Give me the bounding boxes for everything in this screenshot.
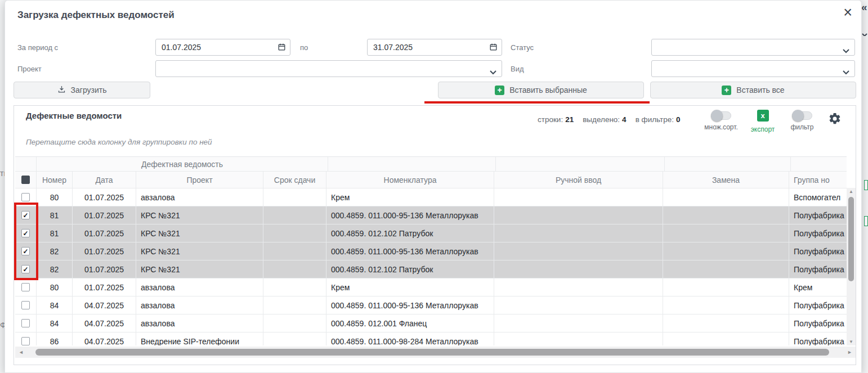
cell-nomenclature: 000.4859. 012.102 Патрубок xyxy=(326,260,494,278)
cell-due-date xyxy=(263,278,326,296)
row-checkbox-cell[interactable]: ✓ xyxy=(15,206,37,224)
project-select[interactable] xyxy=(155,60,502,77)
cell-manual-input xyxy=(494,332,663,345)
cell-nomenclature: 000.4859. 011.000-95-136 Металлорукав xyxy=(326,296,494,314)
load-button-label: Загрузить xyxy=(71,86,107,95)
row-checkbox[interactable] xyxy=(21,283,30,291)
column-header-project[interactable]: Проект xyxy=(136,172,263,188)
date-to-field[interactable] xyxy=(367,39,502,56)
cell-due-date xyxy=(263,332,326,345)
column-header-replacement[interactable]: Замена xyxy=(663,172,789,188)
cell-manual-input xyxy=(494,242,663,260)
filter-toggle[interactable] xyxy=(792,111,812,120)
cell-date: 04.07.2025 xyxy=(73,332,136,345)
table-row[interactable]: 86 04.07.2025 Внедрение SIP-телефонии 00… xyxy=(15,332,847,345)
table-row[interactable]: ✓ 81 01.07.2025 КРС №321 000.4859. 011.0… xyxy=(15,206,847,224)
horizontal-scroll-thumb[interactable] xyxy=(35,349,829,356)
group-header-spacer xyxy=(791,157,847,172)
horizontal-scrollbar[interactable]: ◄ ► xyxy=(15,347,856,358)
select-all-checkbox[interactable] xyxy=(21,176,30,184)
scroll-right-icon[interactable]: ► xyxy=(847,349,852,355)
collapse-chevron-icon[interactable]: « xyxy=(861,1,868,14)
table-row[interactable]: ✓ 81 01.07.2025 КРС №321 000.4859. 012.1… xyxy=(15,224,847,242)
export-control: x экспорт xyxy=(747,109,778,133)
chevron-down-icon xyxy=(843,67,849,77)
cell-due-date xyxy=(263,296,326,314)
select-all-cell[interactable] xyxy=(15,172,37,188)
cell-nomenclature-group: Полуфабрика xyxy=(789,242,847,260)
gear-icon[interactable] xyxy=(828,112,842,128)
row-checkbox[interactable]: ✓ xyxy=(21,229,30,237)
chevron-down-icon[interactable] xyxy=(862,30,867,36)
scroll-up-icon[interactable]: ▲ xyxy=(847,189,856,194)
cell-manual-input xyxy=(494,278,663,296)
insert-all-button[interactable]: + Вставить все xyxy=(650,82,856,98)
row-checkbox-cell[interactable]: ✓ xyxy=(15,242,37,260)
vertical-scrollbar[interactable]: ▲ ▼ xyxy=(847,188,856,345)
cell-project: авзалова xyxy=(136,314,263,332)
cell-project: авзалова xyxy=(136,278,263,296)
column-header-manual-input[interactable]: Ручной ввод xyxy=(494,172,663,188)
row-checkbox-cell[interactable] xyxy=(15,188,37,206)
cell-nomenclature-group: Вспомогател xyxy=(789,188,847,206)
group-header-spacer xyxy=(15,157,37,172)
table-row[interactable]: ✓ 82 01.07.2025 КРС №321 000.4859. 011.0… xyxy=(15,242,847,260)
cell-due-date xyxy=(263,206,326,224)
date-to-input[interactable] xyxy=(367,39,502,56)
column-header-date[interactable]: Дата xyxy=(73,172,136,188)
row-checkbox[interactable]: ✓ xyxy=(21,265,30,273)
cell-number: 81 xyxy=(37,206,73,224)
row-checkbox-cell[interactable] xyxy=(15,314,37,332)
table-row[interactable]: 80 01.07.2025 авзалова Крем Вспомогател xyxy=(15,188,847,206)
cell-nomenclature: 000.4859. 011.000-98-284 Металлорукав xyxy=(326,332,494,345)
date-from-input[interactable] xyxy=(155,39,290,56)
group-by-drop-zone[interactable]: Перетащите сюда колонку для группировки … xyxy=(26,138,212,146)
row-checkbox-cell[interactable] xyxy=(15,296,37,314)
cell-manual-input xyxy=(494,296,663,314)
cell-replacement xyxy=(663,242,789,260)
row-checkbox-cell[interactable]: ✓ xyxy=(15,224,37,242)
column-header-due-date[interactable]: Срок сдачи xyxy=(263,172,326,188)
toggle-knob[interactable] xyxy=(711,110,723,122)
cell-nomenclature-group: Полуфабрика xyxy=(789,296,847,314)
row-checkbox[interactable] xyxy=(21,337,30,345)
multisort-toggle[interactable] xyxy=(711,111,731,120)
row-checkbox-cell[interactable]: ✓ xyxy=(15,260,37,278)
upload-defect-sheets-dialog: Загрузка дефектных ведомостей × За перио… xyxy=(5,0,862,373)
cell-replacement xyxy=(663,206,789,224)
multisort-control: множ.сорт. xyxy=(693,109,749,131)
insert-selected-button[interactable]: + Вставить выбранные xyxy=(438,82,644,98)
row-checkbox[interactable]: ✓ xyxy=(21,211,30,219)
close-icon[interactable]: × xyxy=(843,5,852,20)
cell-manual-input xyxy=(494,188,663,206)
kind-select[interactable] xyxy=(651,60,855,77)
row-checkbox-cell[interactable] xyxy=(15,278,37,296)
table-row[interactable]: ✓ 82 01.07.2025 КРС №321 000.4859. 012.1… xyxy=(15,260,847,278)
row-checkbox[interactable]: ✓ xyxy=(21,247,30,255)
column-header-number[interactable]: Номер xyxy=(37,172,73,188)
load-button[interactable]: Загрузить xyxy=(14,82,150,98)
column-header-nomenclature-group[interactable]: Группа но xyxy=(789,172,847,188)
row-checkbox[interactable] xyxy=(21,193,30,201)
scroll-left-icon[interactable]: ◄ xyxy=(19,349,24,355)
cell-nomenclature: 000.4859. 012.001 Фланец xyxy=(326,314,494,332)
cell-due-date xyxy=(263,224,326,242)
date-from-field[interactable] xyxy=(155,39,290,56)
toggle-knob[interactable] xyxy=(792,110,804,122)
column-header-nomenclature[interactable]: Номенклатура xyxy=(326,172,494,188)
excel-export-icon[interactable]: x xyxy=(757,110,769,122)
cell-due-date xyxy=(263,314,326,332)
cell-number: 84 xyxy=(37,314,73,332)
dialog-title: Загрузка дефектных ведомостей xyxy=(17,10,175,21)
table-row[interactable]: 80 01.07.2025 авзалова Крем Крем xyxy=(15,278,847,296)
table-row[interactable]: 84 04.07.2025 авзалова 000.4859. 011.000… xyxy=(15,296,847,314)
vertical-scroll-thumb[interactable] xyxy=(848,197,854,281)
status-select[interactable] xyxy=(651,39,855,56)
row-checkbox[interactable] xyxy=(21,319,30,327)
period-from-label: За период с xyxy=(17,43,58,52)
cell-manual-input xyxy=(494,224,663,242)
row-checkbox-cell[interactable] xyxy=(15,332,37,345)
scroll-down-icon[interactable]: ▼ xyxy=(847,339,856,344)
row-checkbox[interactable] xyxy=(21,301,30,309)
table-row[interactable]: 84 04.07.2025 авзалова 000.4859. 012.001… xyxy=(15,314,847,332)
